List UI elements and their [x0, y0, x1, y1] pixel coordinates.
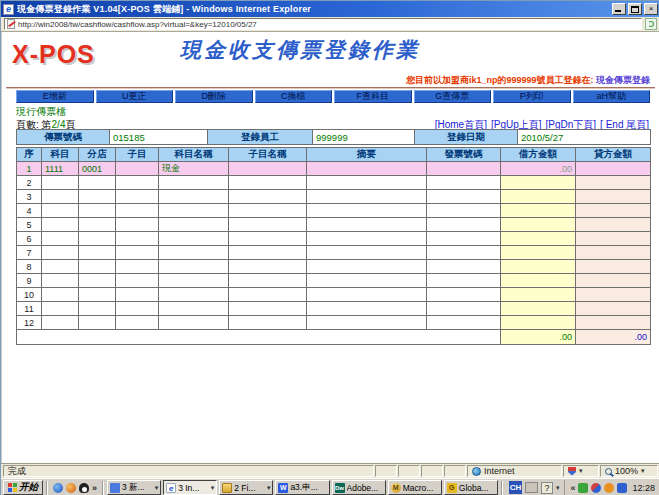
row-cell[interactable] — [159, 316, 229, 330]
task-button[interactable]: Wa3.申... — [275, 480, 329, 495]
task-button[interactable]: e3 In...▾ — [163, 480, 217, 495]
row-cell[interactable] — [229, 316, 307, 330]
row-cell[interactable] — [427, 218, 501, 232]
debit-cell[interactable] — [501, 302, 576, 316]
row-cell[interactable]: 1111 — [42, 162, 79, 176]
credit-cell[interactable] — [576, 274, 651, 288]
row-cell[interactable] — [229, 274, 307, 288]
credit-cell[interactable] — [576, 190, 651, 204]
row-cell[interactable] — [427, 302, 501, 316]
row-cell[interactable] — [427, 288, 501, 302]
row-cell[interactable]: 現金 — [159, 162, 229, 176]
debit-cell[interactable] — [501, 316, 576, 330]
row-cell[interactable] — [42, 274, 79, 288]
row-cell[interactable] — [229, 232, 307, 246]
row-cell[interactable] — [79, 218, 116, 232]
row-cell[interactable] — [42, 218, 79, 232]
row-cell[interactable] — [79, 246, 116, 260]
row-cell[interactable] — [307, 316, 427, 330]
row-cell[interactable] — [229, 288, 307, 302]
debit-cell[interactable] — [501, 246, 576, 260]
row-cell[interactable] — [159, 260, 229, 274]
row-cell[interactable] — [307, 260, 427, 274]
help-icon[interactable]: ? — [541, 482, 553, 494]
row-cell[interactable] — [42, 204, 79, 218]
language-indicator[interactable]: CH — [509, 481, 522, 494]
close-button[interactable]: × — [644, 3, 658, 15]
row-cell[interactable] — [79, 274, 116, 288]
debit-cell[interactable]: .00 — [501, 162, 576, 176]
credit-cell[interactable] — [576, 316, 651, 330]
tray-icon-blue[interactable] — [617, 483, 627, 493]
tray-collapse-chevron[interactable]: « — [570, 483, 575, 493]
row-cell[interactable] — [116, 302, 159, 316]
tray-icon-green[interactable] — [578, 483, 588, 493]
row-cell[interactable] — [427, 190, 501, 204]
row-cell[interactable] — [229, 218, 307, 232]
row-cell[interactable] — [159, 176, 229, 190]
task-button[interactable]: MMacro... — [388, 480, 442, 495]
row-cell[interactable] — [229, 162, 307, 176]
row-cell[interactable] — [79, 260, 116, 274]
row-cell[interactable] — [116, 316, 159, 330]
toolbar-button-e[interactable]: E增新 — [16, 90, 94, 103]
protection-panel[interactable]: ▾ — [563, 465, 599, 477]
row-cell[interactable] — [116, 288, 159, 302]
row-cell[interactable] — [307, 274, 427, 288]
maximize-button[interactable] — [628, 3, 642, 15]
row-cell[interactable] — [116, 260, 159, 274]
row-cell[interactable] — [116, 176, 159, 190]
entry-date-value[interactable]: 2010/5/27 — [518, 130, 651, 145]
row-cell[interactable] — [159, 190, 229, 204]
credit-cell[interactable] — [576, 162, 651, 176]
row-cell[interactable] — [116, 204, 159, 218]
row-cell[interactable] — [79, 204, 116, 218]
row-cell[interactable] — [116, 218, 159, 232]
row-cell[interactable] — [307, 302, 427, 316]
debit-cell[interactable] — [501, 260, 576, 274]
quicklaunch-msn-icon[interactable] — [53, 483, 63, 493]
toolbar-button-f[interactable]: F查科目 — [334, 90, 412, 103]
row-cell[interactable] — [116, 162, 159, 176]
credit-cell[interactable] — [576, 246, 651, 260]
row-cell[interactable] — [159, 302, 229, 316]
row-cell[interactable] — [42, 190, 79, 204]
row-cell[interactable] — [307, 190, 427, 204]
row-cell[interactable] — [79, 288, 116, 302]
toolbar-button-c[interactable]: C換檔 — [255, 90, 333, 103]
credit-cell[interactable] — [576, 176, 651, 190]
toolbar-button-d[interactable]: D刪除 — [175, 90, 253, 103]
row-cell[interactable] — [159, 204, 229, 218]
row-cell[interactable] — [229, 176, 307, 190]
row-cell[interactable] — [79, 190, 116, 204]
row-cell[interactable] — [427, 176, 501, 190]
row-cell[interactable] — [42, 316, 79, 330]
chevron-down-icon[interactable]: ▾ — [267, 484, 271, 492]
task-button[interactable]: 3 新...▾ — [107, 480, 161, 495]
credit-cell[interactable] — [576, 218, 651, 232]
row-cell[interactable] — [116, 190, 159, 204]
debit-cell[interactable] — [501, 176, 576, 190]
chevron-down-icon[interactable]: ▾ — [155, 484, 159, 492]
printer-icon[interactable] — [525, 482, 538, 493]
row-cell[interactable] — [229, 260, 307, 274]
row-cell[interactable] — [229, 204, 307, 218]
row-cell[interactable] — [427, 260, 501, 274]
row-cell[interactable] — [427, 316, 501, 330]
address-input[interactable]: http://win2008/tw/cashflow/cashflow.asp?… — [4, 18, 642, 30]
row-cell[interactable] — [42, 260, 79, 274]
row-cell[interactable] — [159, 218, 229, 232]
credit-cell[interactable] — [576, 288, 651, 302]
row-cell[interactable] — [79, 302, 116, 316]
row-cell[interactable] — [307, 232, 427, 246]
row-cell[interactable] — [307, 288, 427, 302]
row-cell[interactable] — [79, 232, 116, 246]
row-cell[interactable] — [42, 302, 79, 316]
row-cell[interactable] — [42, 232, 79, 246]
quicklaunch-mail-icon[interactable] — [66, 483, 76, 493]
row-cell[interactable] — [427, 246, 501, 260]
toolbar-button-u[interactable]: U更正 — [96, 90, 174, 103]
voucher-no-value[interactable]: 015185 — [110, 130, 208, 145]
row-cell[interactable] — [307, 246, 427, 260]
row-cell[interactable] — [116, 274, 159, 288]
